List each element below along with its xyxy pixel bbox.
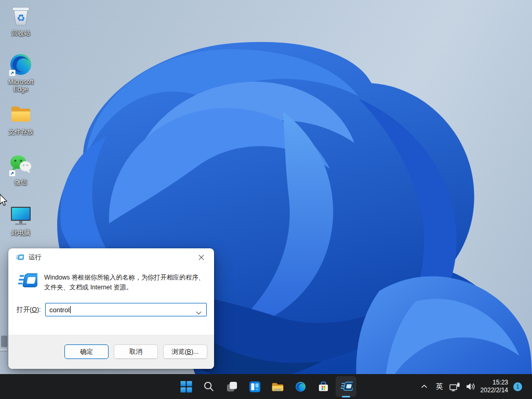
cancel-button[interactable]: 取消 [114, 344, 158, 359]
chevron-down-icon[interactable] [196, 308, 202, 317]
shortcut-arrow-icon [9, 70, 16, 76]
desktop-icon-recycle-bin[interactable]: ♻ 回收站 [4, 3, 37, 37]
desktop-icon-file-storage[interactable]: 文件存放 [4, 102, 37, 136]
folder-icon [8, 102, 33, 127]
mouse-cursor [0, 194, 8, 207]
svg-text:♻: ♻ [17, 13, 25, 23]
desktop: ♻ 回收站 Microsoft Edge [0, 0, 532, 399]
start-button[interactable] [175, 374, 197, 399]
search-icon [203, 381, 215, 392]
run-command-value: control [49, 306, 70, 314]
desktop-icon-label: 微信 [15, 179, 27, 186]
task-view-icon [226, 381, 238, 393]
desktop-icon-label: 此电脑 [11, 229, 30, 236]
edge-button[interactable] [289, 374, 312, 399]
file-explorer-icon [271, 381, 284, 393]
ime-language-indicator[interactable]: 英 [432, 374, 447, 399]
close-icon[interactable] [193, 251, 209, 263]
speaker-icon [466, 382, 475, 391]
run-dialog-titlebar[interactable]: 运行 [8, 248, 214, 266]
tray-date: 2022/2/14 [481, 387, 508, 394]
microsoft-store-icon [317, 381, 329, 393]
run-app-icon [340, 381, 353, 392]
clock[interactable]: 15:23 2022/2/14 [481, 374, 508, 399]
run-dialog-footer: 确定 取消 浏览(B)... [8, 335, 214, 369]
hidden-icons-chevron[interactable] [417, 374, 432, 399]
desktop-icon-label: Microsoft Edge [4, 78, 37, 93]
run-dialog-description-line1: Windows 将根据你所输入的名称，为你打开相应的程序、 [44, 272, 205, 282]
text-caret [70, 306, 71, 313]
recycle-bin-icon: ♻ [8, 3, 33, 28]
windows-logo-icon [180, 381, 192, 393]
edge-icon [295, 381, 307, 393]
run-dialog-title-icon [16, 254, 24, 261]
volume-button[interactable] [463, 374, 478, 399]
taskbar: 英 15:23 [0, 374, 532, 399]
notification-badge[interactable]: 1 [513, 382, 522, 391]
this-pc-icon [8, 203, 33, 228]
file-explorer-button[interactable] [266, 374, 289, 399]
tray-time: 15:23 [481, 379, 508, 387]
active-app-indicator [342, 396, 350, 397]
desktop-icon-label: 文件存放 [8, 128, 33, 136]
desktop-icon-this-pc[interactable]: 此电脑 [4, 203, 37, 236]
open-label: 打开(O): [17, 305, 45, 314]
run-dialog-description-line2: 文件夹、文档或 Internet 资源。 [44, 282, 205, 292]
search-button[interactable] [197, 374, 220, 399]
shortcut-arrow-icon [9, 170, 16, 177]
run-command-input[interactable]: control [45, 303, 207, 316]
network-ethernet-icon [449, 382, 460, 391]
desktop-icon-label: 回收站 [11, 30, 30, 37]
widgets-icon [249, 381, 261, 393]
desktop-icon-wechat[interactable]: 微信 [4, 152, 37, 186]
run-app-taskbar-button[interactable] [335, 374, 357, 399]
desktop-icon-microsoft-edge[interactable]: Microsoft Edge [4, 52, 37, 93]
microsoft-store-button[interactable] [312, 374, 335, 399]
run-dialog-title: 运行 [29, 253, 42, 262]
partially-hidden-desktop-icon [0, 336, 8, 353]
run-icon [17, 272, 37, 289]
run-dialog: 运行 Windows [8, 248, 214, 369]
widgets-button[interactable] [243, 374, 266, 399]
task-view-button[interactable] [220, 374, 243, 399]
browse-button[interactable]: 浏览(B)... [163, 344, 207, 359]
network-button[interactable] [447, 374, 463, 399]
ok-button[interactable]: 确定 [64, 344, 109, 359]
chevron-up-icon [421, 384, 428, 389]
